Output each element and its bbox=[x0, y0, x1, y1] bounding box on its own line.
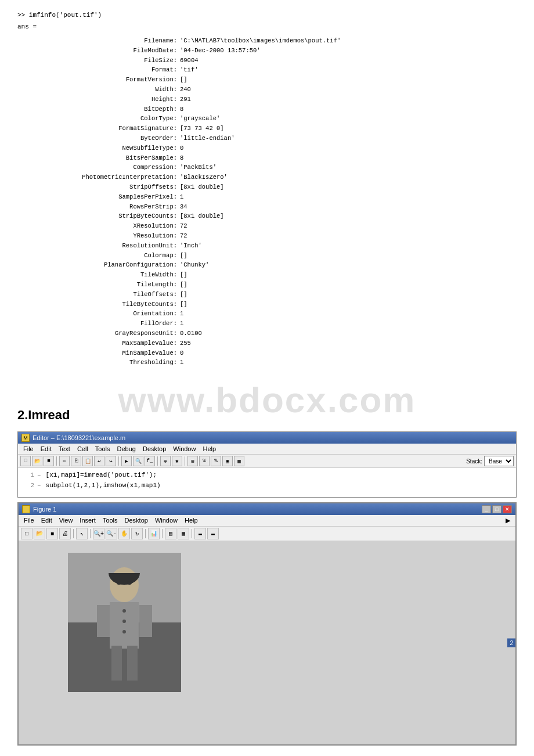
line-num-2: 2 bbox=[23, 481, 34, 491]
close-button[interactable]: ✕ bbox=[503, 505, 512, 513]
figure-menu-desktop[interactable]: Desktop bbox=[122, 516, 151, 525]
editor-menu-file[interactable]: File bbox=[20, 445, 37, 453]
watermark-section: www.bdocx.com 2.Imread bbox=[0, 379, 534, 426]
toolbar-step-btn[interactable]: f_ bbox=[145, 456, 155, 466]
toolbar-save-btn[interactable]: ■ bbox=[44, 456, 54, 466]
stack-dropdown[interactable]: Base bbox=[484, 456, 514, 466]
toolbar-block-btn[interactable]: ▣ bbox=[222, 456, 233, 466]
info-key: PlanarConfiguration: bbox=[41, 260, 180, 270]
toolbar-paste-btn[interactable]: 📋 bbox=[82, 456, 93, 466]
editor-title: Editor – E:\18093221\example.m bbox=[33, 434, 125, 441]
restore-button[interactable]: □ bbox=[492, 505, 501, 513]
info-key: Format: bbox=[41, 65, 180, 75]
code-text-1[interactable]: [x1,map1]=imread('pout.tif'); bbox=[46, 470, 157, 481]
figure-menu-tools[interactable]: Tools bbox=[100, 516, 121, 525]
info-key: TileWidth: bbox=[41, 270, 180, 280]
fig-size2-btn[interactable]: ▬ bbox=[207, 528, 219, 539]
editor-menu-edit[interactable]: Edit bbox=[38, 445, 55, 453]
code-line-1: 1 – [x1,map1]=imread('pout.tif'); bbox=[23, 470, 511, 481]
info-row: BitsPerSample: 8 bbox=[41, 153, 517, 163]
toolbar-uncomment-btn[interactable]: % bbox=[211, 456, 221, 466]
toolbar-cut-btn[interactable]: ✂ bbox=[59, 456, 70, 466]
info-val: [8x1 double] bbox=[180, 182, 224, 192]
toolbar-debug-btn[interactable]: 🔍 bbox=[133, 456, 143, 466]
toolbar-new-btn[interactable]: □ bbox=[20, 456, 31, 466]
info-row: Height: 291 bbox=[41, 95, 517, 105]
fig-arrow-btn[interactable]: ↖ bbox=[76, 528, 88, 539]
info-key: Orientation: bbox=[41, 309, 180, 319]
fig-sep3 bbox=[145, 529, 146, 538]
ans-label: ans = bbox=[17, 23, 517, 30]
info-row: Filename: 'C:\MATLAB7\toolbox\images\imd… bbox=[41, 36, 517, 46]
fig-save-btn[interactable]: ■ bbox=[46, 528, 58, 539]
info-row: MinSampleValue: 0 bbox=[41, 348, 517, 358]
fig-data-btn[interactable]: 📊 bbox=[148, 528, 160, 539]
fig-subplot1-btn[interactable]: ▤ bbox=[165, 528, 176, 539]
fig-subplot2-btn[interactable]: ▦ bbox=[178, 528, 189, 539]
info-key: MinSampleValue: bbox=[41, 348, 180, 358]
editor-titlebar: M Editor – E:\18093221\example.m bbox=[18, 432, 516, 444]
info-row: MaxSampleValue: 255 bbox=[41, 339, 517, 348]
editor-content: 1 – [x1,map1]=imread('pout.tif'); 2 – su… bbox=[18, 468, 516, 497]
info-row: ByteOrder: 'little-endian' bbox=[41, 134, 517, 143]
figure-menu-help[interactable]: Help bbox=[182, 516, 201, 525]
editor-menu-cell[interactable]: Cell bbox=[74, 445, 91, 453]
figure-menu-insert[interactable]: Insert bbox=[77, 516, 99, 525]
figure-menu-view[interactable]: View bbox=[56, 516, 76, 525]
figure-menubar: File Edit View Insert Tools Desktop Wind… bbox=[19, 515, 515, 527]
info-val: [8x1 double] bbox=[180, 211, 224, 221]
info-key: TileLength: bbox=[41, 280, 180, 290]
toolbar-redo-btn[interactable]: ↪ bbox=[106, 456, 116, 466]
fig-sep5 bbox=[192, 529, 192, 538]
info-table: Filename: 'C:\MATLAB7\toolbox\images\imd… bbox=[41, 36, 517, 368]
figure-menu-arrow: ▶ bbox=[503, 516, 513, 525]
info-key: FillOrder: bbox=[41, 319, 180, 329]
info-val: 'C:\MATLAB7\toolbox\images\imdemos\pout.… bbox=[180, 36, 341, 46]
code-text-2[interactable]: subplot(1,2,1),imshow(x1,map1) bbox=[46, 481, 161, 491]
info-val: 'little-endian' bbox=[180, 134, 235, 143]
info-key: Filename: bbox=[41, 36, 180, 46]
figure-canvas bbox=[68, 553, 181, 692]
info-val: 8 bbox=[180, 153, 183, 163]
fig-zoom-in-btn[interactable]: 🔍+ bbox=[93, 528, 104, 539]
minimize-button[interactable]: _ bbox=[482, 505, 491, 513]
figure-menu-window[interactable]: Window bbox=[152, 516, 181, 525]
info-val: [] bbox=[180, 280, 187, 290]
info-key: FileModDate: bbox=[41, 46, 180, 56]
toolbar-comment-btn[interactable]: % bbox=[199, 456, 210, 466]
info-val: 255 bbox=[180, 339, 191, 348]
toolbar-open-btn[interactable]: 📂 bbox=[32, 456, 42, 466]
fig-zoom-out-btn[interactable]: 🔍- bbox=[106, 528, 117, 539]
editor-menu-tools[interactable]: Tools bbox=[92, 445, 113, 453]
fig-sep4 bbox=[162, 529, 163, 538]
info-key: ByteOrder: bbox=[41, 134, 180, 143]
toolbar-unblock-btn[interactable]: ▦ bbox=[234, 456, 244, 466]
figure-toolbar: □ 📂 ■ 🖨 ↖ 🔍+ 🔍- ✋ ↻ 📊 ▤ ▦ ▬ ▬ bbox=[19, 527, 515, 541]
toolbar-bp-btn[interactable]: ⊕ bbox=[160, 456, 171, 466]
toolbar-clr-btn[interactable]: ✱ bbox=[172, 456, 182, 466]
fig-rotate-btn[interactable]: ↻ bbox=[131, 528, 143, 539]
editor-menu-debug[interactable]: Debug bbox=[114, 445, 139, 453]
fig-print-btn[interactable]: 🖨 bbox=[59, 528, 71, 539]
fig-sep2 bbox=[90, 529, 91, 538]
info-val: 34 bbox=[180, 202, 187, 212]
info-val: '04-Dec-2000 13:57:50' bbox=[180, 46, 261, 56]
fig-size1-btn[interactable]: ▬ bbox=[194, 528, 206, 539]
info-row: Width: 240 bbox=[41, 85, 517, 95]
editor-menu-text[interactable]: Text bbox=[56, 445, 73, 453]
editor-menu-help[interactable]: Help bbox=[200, 445, 219, 453]
fig-open-btn[interactable]: 📂 bbox=[34, 528, 45, 539]
info-key: XResolution: bbox=[41, 221, 180, 231]
figure-menu-file[interactable]: File bbox=[21, 516, 37, 525]
info-row: NewSubfileType: 0 bbox=[41, 143, 517, 153]
editor-menu-window[interactable]: Window bbox=[170, 445, 199, 453]
toolbar-indent-btn[interactable]: ⊞ bbox=[187, 456, 198, 466]
toolbar-run-btn[interactable]: ▶ bbox=[121, 456, 132, 466]
fig-pan-btn[interactable]: ✋ bbox=[118, 528, 130, 539]
editor-menu-desktop[interactable]: Desktop bbox=[140, 445, 169, 453]
toolbar-copy-btn[interactable]: ⎘ bbox=[71, 456, 81, 466]
toolbar-undo-btn[interactable]: ↩ bbox=[94, 456, 104, 466]
figure-menu-edit[interactable]: Edit bbox=[38, 516, 55, 525]
fig-new-btn[interactable]: □ bbox=[21, 528, 33, 539]
info-val: 0.0100 bbox=[180, 329, 202, 339]
